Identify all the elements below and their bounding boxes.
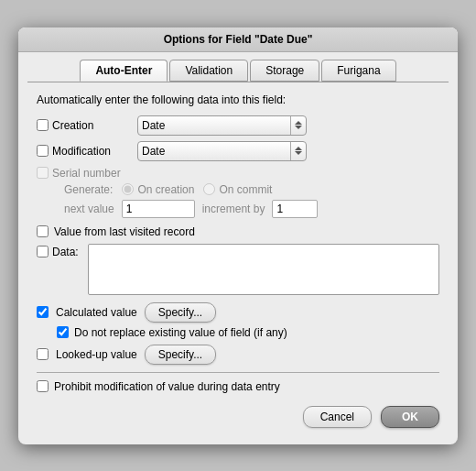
modification-checkbox[interactable] (37, 145, 49, 157)
tab-content: Automatically enter the following data i… (18, 82, 458, 444)
serial-number-label: Serial number (37, 167, 121, 180)
calculated-value-row: Calculated value Specify... (37, 302, 439, 323)
data-row: Data: (37, 244, 439, 295)
value-from-last-checkbox[interactable] (37, 225, 49, 237)
creation-dropdown-arrow (290, 116, 302, 135)
do-not-replace-row: Do not replace existing value of field (… (57, 326, 439, 339)
arrow-up-icon (295, 121, 302, 125)
tab-validation[interactable]: Validation (169, 60, 248, 82)
modification-dropdown[interactable]: Date (137, 141, 307, 161)
looked-up-specify-button[interactable]: Specify... (145, 345, 216, 365)
calculated-specify-button[interactable]: Specify... (145, 302, 216, 323)
modification-row: Modification Date (37, 141, 439, 161)
data-label: Data: (37, 244, 82, 258)
data-checkbox[interactable] (37, 246, 49, 257)
on-creation-radio[interactable] (122, 183, 134, 195)
generate-row: Generate: On creation On commit (64, 183, 439, 196)
tab-storage[interactable]: Storage (250, 60, 319, 82)
tab-bar: Auto-Enter Validation Storage Furigana (18, 52, 458, 82)
arrow-down-icon2 (295, 151, 302, 155)
creation-row: Creation Date (37, 115, 439, 136)
calculated-value-checkbox[interactable] (37, 306, 49, 318)
looked-up-checkbox[interactable] (37, 348, 49, 360)
tab-auto-enter[interactable]: Auto-Enter (80, 60, 168, 82)
looked-up-row: Looked-up value Specify... (37, 345, 439, 365)
tab-furigana[interactable]: Furigana (321, 60, 395, 82)
divider (37, 372, 439, 373)
ok-button[interactable]: OK (381, 406, 439, 428)
creation-label: Creation (37, 119, 137, 132)
value-from-last-row: Value from last visited record (37, 225, 439, 238)
on-commit-radio-group: On commit (203, 183, 272, 196)
dialog: Options for Field "Date Due" Auto-Enter … (18, 27, 458, 444)
serial-number-row: Serial number (37, 167, 439, 180)
creation-dropdown[interactable]: Date (137, 115, 307, 136)
do-not-replace-checkbox[interactable] (57, 326, 69, 338)
serial-number-checkbox[interactable] (37, 167, 49, 179)
section-label: Automatically enter the following data i… (37, 93, 439, 106)
prohibit-checkbox[interactable] (37, 380, 49, 392)
arrow-down-icon (295, 126, 302, 129)
next-value-input[interactable] (122, 200, 195, 218)
cancel-button[interactable]: Cancel (303, 406, 372, 428)
modification-dropdown-arrow (290, 142, 302, 160)
prohibit-row: Prohibit modification of value during da… (37, 380, 439, 393)
arrow-up-icon2 (295, 147, 302, 150)
button-bar: Cancel OK (37, 406, 439, 432)
on-commit-radio[interactable] (203, 183, 215, 195)
modification-label: Modification (37, 145, 137, 158)
increment-by-input[interactable] (272, 200, 318, 218)
dialog-title: Options for Field "Date Due" (18, 27, 458, 52)
on-creation-radio-group: On creation (122, 183, 194, 196)
next-value-row: next value increment by (64, 200, 439, 218)
creation-checkbox[interactable] (37, 119, 49, 131)
data-textarea[interactable] (88, 244, 439, 295)
